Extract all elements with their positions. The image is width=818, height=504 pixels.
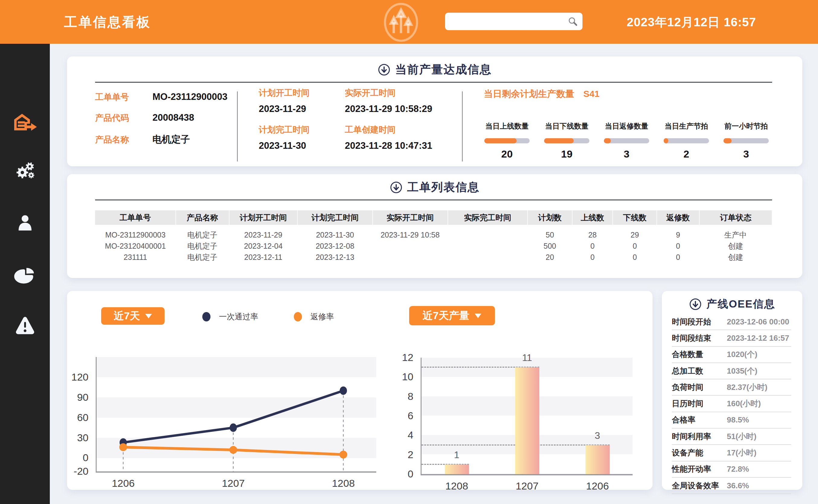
stat-progress-track: [604, 138, 649, 143]
divider: [237, 91, 238, 161]
y-axis-tick: 2: [381, 449, 414, 461]
stat-progress-fill: [544, 138, 574, 143]
daily-stat: 前一小时节拍3: [716, 121, 776, 160]
column-header: 实际开工时间: [372, 210, 448, 225]
search-input[interactable]: [445, 13, 573, 30]
bar-value-label: 1: [443, 449, 471, 461]
production-summary-card: 当前产量达成信息 工单单号MO-23112900003产品代码20008438产…: [67, 56, 802, 166]
production-card-title: 当前产量达成信息: [395, 62, 492, 77]
column-header: 订单状态: [699, 210, 772, 225]
column-header: 产品名称: [176, 210, 229, 225]
table-cell: 电机定子: [176, 225, 229, 241]
table-cell: 29: [613, 225, 657, 241]
table-cell: 2023-11-29 10:58: [372, 225, 448, 241]
oee-info-card: 产线OEE信息 时间段开始2023-12-06 00:00时间段结束2023-1…: [662, 291, 802, 490]
oee-metric-value: 2023-12-12 16:57: [727, 333, 789, 343]
y-axis-tick: 120: [56, 371, 88, 383]
schedule-field: 计划开工时间2023-11-29: [259, 87, 345, 124]
table-cell: MO-23112900003: [95, 225, 176, 241]
header-datetime: 2023年12月12日 16:57: [627, 14, 756, 30]
table-cell: 生产中: [699, 225, 772, 241]
sidebar-item-settings[interactable]: [13, 160, 37, 182]
info-field: 工单单号MO-23112900003: [95, 91, 227, 112]
field-value: MO-23112900003: [152, 91, 227, 102]
oee-metric-row: 时间段结束2023-12-12 16:57: [672, 330, 791, 346]
table-cell: 2023-12-13: [297, 252, 372, 263]
x-axis-tick: 1208: [322, 477, 364, 489]
y-axis-tick: -20: [56, 465, 88, 477]
oee-metric-label: 时间利用率: [672, 431, 727, 442]
oee-metric-value: 1035(个): [727, 366, 757, 376]
stat-value: 3: [716, 148, 776, 160]
divider: [95, 199, 772, 200]
logo-trend-arrows-icon: [383, 2, 419, 42]
oee-metric-label: 合格数量: [672, 349, 727, 360]
daily-stats: 当日上线数量20当日下线数量19当日返修数量3当日生产节拍2前一小时节拍3: [477, 121, 793, 160]
sidebar-item-alerts[interactable]: [13, 315, 37, 337]
divider: [95, 82, 772, 83]
stat-label: 前一小时节拍: [716, 121, 776, 131]
legend-item-rework: 返修率: [294, 311, 334, 322]
sidebar-item-user[interactable]: [13, 212, 37, 234]
remaining-plan-title: 当日剩余计划生产数量S41: [477, 88, 793, 100]
stat-label: 当日下线数量: [537, 121, 597, 131]
column-header: 计划开工时间: [229, 210, 297, 225]
divider: [462, 91, 463, 161]
stat-value: 19: [537, 148, 597, 160]
oee-metric-label: 性能开动率: [672, 464, 727, 474]
sidebar-item-work-orders[interactable]: [13, 112, 37, 133]
field-value: 2023-11-29 10:58:29: [345, 104, 472, 114]
oee-metric-value: 36.6%: [727, 481, 749, 490]
remaining-plan-value: S41: [583, 89, 599, 99]
line-chart-plot: -200306090120120612071208: [96, 357, 376, 473]
daily-stat: 当日下线数量19: [537, 121, 597, 160]
oee-metric-value: 160(小时): [727, 398, 761, 409]
page-title: 工单信息看板: [64, 13, 151, 31]
circle-down-arrow-icon: [378, 63, 390, 76]
stat-progress-track: [724, 138, 769, 143]
oee-metric-label: 设备产能: [672, 448, 727, 458]
oee-metric-row: 性能开动率72.8%: [672, 461, 791, 478]
x-axis-tick: 1206: [577, 480, 619, 492]
stat-value: 20: [477, 148, 537, 160]
circle-down-arrow-icon: [390, 181, 402, 194]
sidebar-item-reports[interactable]: [13, 263, 37, 285]
field-label: 计划完工时间: [259, 124, 345, 136]
table-cell: 9: [657, 225, 699, 241]
field-label: 实际开工时间: [345, 87, 472, 99]
range-dropdown-button[interactable]: 近7天: [101, 307, 164, 325]
oee-metric-value: 51(小时): [727, 431, 756, 442]
daily-stat: 当日返修数量3: [597, 121, 657, 160]
search-box: [445, 13, 583, 30]
oee-card-title: 产线OEE信息: [707, 297, 775, 311]
first-pass-dot-icon: [202, 312, 210, 321]
table-cell: 0: [657, 241, 699, 252]
stat-label: 当日上线数量: [477, 121, 537, 131]
bar-value-label: 11: [514, 352, 541, 363]
warning-icon: [13, 315, 37, 337]
search-icon[interactable]: [568, 17, 578, 26]
table-cell: 2023-11-29: [229, 225, 297, 241]
y-axis-tick: 60: [56, 412, 88, 423]
x-axis-tick: 1206: [102, 477, 144, 489]
table-cell: 231111: [95, 252, 176, 263]
work-order-fields: 工单单号MO-23112900003产品代码20008438产品名称电机定子: [95, 91, 227, 154]
sidebar: [0, 44, 50, 504]
y-axis-tick: 0: [56, 452, 88, 464]
info-field: 产品代码20008438: [95, 112, 227, 133]
column-header: 工单单号: [95, 210, 176, 225]
field-label: 工单单号: [95, 91, 152, 103]
oee-metric-row: 合格率98.5%: [672, 412, 791, 429]
table-cell: 500: [528, 241, 572, 252]
oee-metric-value: 72.8%: [727, 464, 749, 474]
line-chart-legend: 一次通过率 返修率: [202, 311, 334, 322]
table-cell: [448, 241, 528, 252]
table-cell: 2023-12-11: [229, 252, 297, 263]
production-bar: [515, 367, 539, 474]
field-value: 电机定子: [152, 133, 190, 146]
gears-icon: [13, 160, 37, 182]
production-range-dropdown-button[interactable]: 近7天产量: [409, 306, 495, 325]
table-cell: 电机定子: [176, 252, 229, 263]
oee-metric-row: 合格数量1020(个): [672, 347, 791, 363]
y-axis-tick: 30: [56, 432, 88, 444]
